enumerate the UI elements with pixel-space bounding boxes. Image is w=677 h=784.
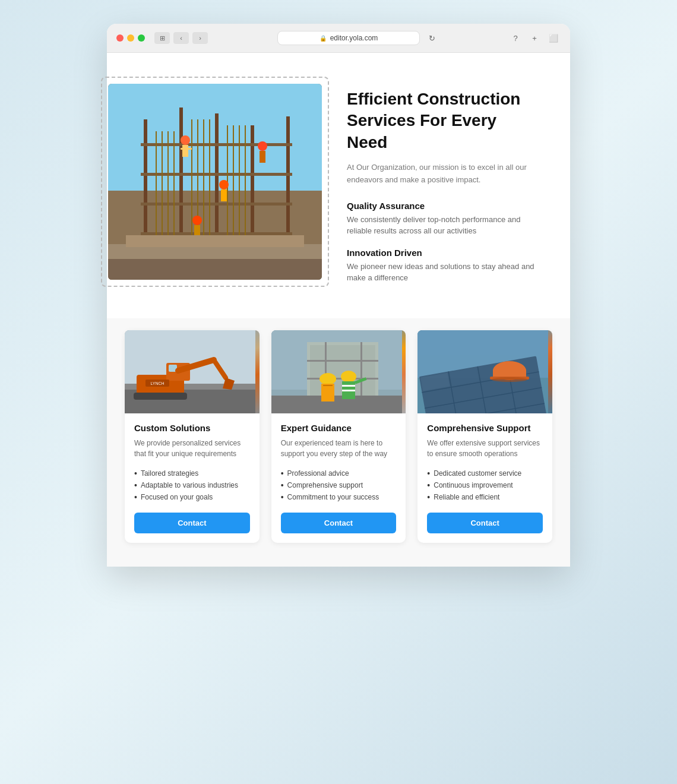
- svg-rect-14: [173, 131, 175, 250]
- svg-rect-11: [156, 131, 157, 250]
- card-custom-solutions-contact-button[interactable]: Contact: [134, 513, 250, 533]
- svg-rect-15: [191, 119, 192, 250]
- list-item: Adaptable to various industries: [134, 479, 250, 491]
- list-item: Tailored strategies: [134, 467, 250, 479]
- list-item: Continuous improvement: [427, 479, 543, 491]
- feature-quality-title: Quality Assurance: [347, 201, 540, 211]
- hero-section: Efficient Construction Services For Ever…: [107, 53, 570, 318]
- svg-rect-10: [141, 232, 292, 235]
- feature-quality: Quality Assurance We consistently delive…: [347, 201, 540, 237]
- svg-point-29: [219, 180, 229, 189]
- list-item: Professional advice: [281, 467, 397, 479]
- card-comprehensive-support-list: Dedicated customer service Continuous im…: [427, 467, 543, 503]
- svg-rect-52: [307, 360, 378, 362]
- hero-description: At Our Organization, our mission is to e…: [347, 162, 540, 186]
- svg-rect-59: [323, 385, 333, 386]
- svg-rect-2: [144, 119, 147, 250]
- svg-rect-34: [126, 235, 304, 247]
- forward-button[interactable]: ›: [192, 32, 208, 44]
- feature-innovation-title: Innovation Driven: [347, 248, 540, 258]
- close-button[interactable]: [116, 34, 124, 42]
- card-expert-guidance-body: Expert Guidance Our experienced team is …: [271, 413, 406, 543]
- browser-content: Efficient Construction Services For Ever…: [107, 53, 570, 567]
- svg-rect-8: [141, 173, 292, 176]
- svg-rect-30: [221, 189, 227, 201]
- address-bar-area: 🔒 editor.yola.com ↻: [213, 31, 504, 45]
- svg-rect-18: [209, 119, 210, 250]
- svg-rect-4: [215, 113, 219, 250]
- svg-rect-28: [260, 151, 265, 163]
- svg-text:LYNCH: LYNCH: [150, 381, 164, 385]
- lock-icon: 🔒: [319, 35, 327, 42]
- svg-rect-22: [245, 125, 246, 250]
- card-comprehensive-support-contact-button[interactable]: Contact: [427, 513, 543, 533]
- card-comprehensive-support-desc: We offer extensive support services to e…: [427, 438, 543, 459]
- svg-rect-21: [239, 125, 240, 250]
- svg-rect-9: [141, 203, 292, 206]
- maximize-button[interactable]: [138, 34, 145, 42]
- list-item: Comprehensive support: [281, 479, 397, 491]
- list-item: Focused on your goals: [134, 491, 250, 503]
- card-custom-solutions: LYNCH Custom Solutions We provide person…: [125, 330, 260, 543]
- address-bar[interactable]: 🔒 editor.yola.com: [277, 31, 420, 45]
- minimize-button[interactable]: [127, 34, 134, 42]
- browser-titlebar: ⊞ ‹ › 🔒 editor.yola.com ↻ ? + ⬜: [107, 24, 570, 53]
- svg-rect-58: [321, 384, 334, 402]
- feature-quality-desc: We consistently deliver top-notch perfor…: [347, 214, 540, 237]
- card-custom-solutions-desc: We provide personalized services that fi…: [134, 438, 250, 459]
- svg-rect-3: [179, 108, 183, 250]
- sidebar-toggle-button[interactable]: ⊞: [154, 32, 170, 44]
- card-expert-guidance: Expert Guidance Our experienced team is …: [271, 330, 406, 543]
- card-comprehensive-support-title: Comprehensive Support: [427, 423, 543, 433]
- svg-point-23: [181, 135, 190, 145]
- svg-rect-6: [286, 116, 290, 250]
- card-expert-guidance-list: Professional advice Comprehensive suppor…: [281, 467, 397, 503]
- help-button[interactable]: ?: [508, 31, 523, 45]
- svg-rect-43: [134, 393, 187, 400]
- hero-image: [108, 84, 322, 280]
- traffic-lights: [116, 34, 145, 42]
- svg-point-31: [192, 216, 202, 225]
- svg-rect-17: [203, 119, 204, 250]
- svg-rect-56: [271, 396, 402, 413]
- svg-rect-63: [342, 390, 355, 391]
- svg-point-79: [492, 377, 527, 382]
- add-button[interactable]: +: [527, 31, 542, 45]
- svg-rect-25: [181, 148, 185, 150]
- dashed-border: [101, 77, 329, 287]
- list-item: Dedicated customer service: [427, 467, 543, 479]
- card-comprehensive-support-body: Comprehensive Support We offer extensive…: [417, 413, 552, 543]
- svg-rect-62: [342, 385, 355, 387]
- browser-window: ⊞ ‹ › 🔒 editor.yola.com ↻ ? + ⬜: [107, 24, 570, 567]
- svg-rect-20: [233, 125, 234, 250]
- reload-button[interactable]: ↻: [425, 31, 439, 45]
- url-text: editor.yola.com: [330, 34, 378, 42]
- feature-innovation-desc: We pioneer new ideas and solutions to st…: [347, 261, 540, 284]
- svg-rect-26: [187, 148, 192, 150]
- toolbar-right: ? + ⬜: [508, 31, 561, 45]
- card-image-excavator: LYNCH: [125, 330, 260, 413]
- svg-point-27: [258, 141, 267, 151]
- svg-rect-12: [162, 131, 163, 250]
- cards-grid: LYNCH Custom Solutions We provide person…: [125, 330, 552, 543]
- card-expert-guidance-desc: Our experienced team is here to support …: [281, 438, 397, 459]
- share-button[interactable]: ⬜: [546, 31, 561, 45]
- svg-rect-24: [182, 145, 188, 157]
- svg-point-57: [319, 373, 336, 385]
- card-custom-solutions-title: Custom Solutions: [134, 423, 250, 433]
- list-item: Reliable and efficient: [427, 491, 543, 503]
- card-comprehensive-support: Comprehensive Support We offer extensive…: [417, 330, 552, 543]
- list-item: Commitment to your success: [281, 491, 397, 503]
- hero-image-container: [95, 71, 323, 281]
- card-expert-guidance-contact-button[interactable]: Contact: [281, 513, 397, 533]
- hero-text: Efficient Construction Services For Ever…: [347, 77, 540, 295]
- back-button[interactable]: ‹: [173, 32, 189, 44]
- cards-section: LYNCH Custom Solutions We provide person…: [107, 318, 570, 567]
- hero-title: Efficient Construction Services For Ever…: [347, 88, 540, 153]
- browser-controls: ⊞ ‹ ›: [154, 32, 208, 44]
- svg-rect-35: [108, 259, 322, 280]
- card-custom-solutions-list: Tailored strategies Adaptable to various…: [134, 467, 250, 503]
- svg-point-60: [341, 371, 356, 382]
- card-image-workers: [271, 330, 406, 413]
- card-image-solar: [417, 330, 552, 413]
